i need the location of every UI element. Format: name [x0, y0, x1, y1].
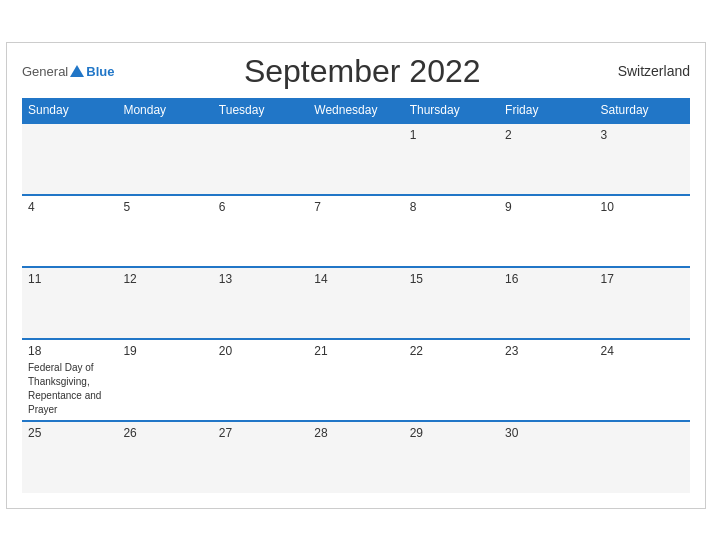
- day-number: 9: [505, 200, 588, 214]
- day-number: 6: [219, 200, 302, 214]
- logo-general-text: General: [22, 64, 68, 79]
- day-cell: 21: [308, 339, 403, 421]
- day-cell: 15: [404, 267, 499, 339]
- day-cell: 18Federal Day of Thanksgiving, Repentanc…: [22, 339, 117, 421]
- day-cell: [595, 421, 690, 493]
- calendar-title: September 2022: [114, 53, 610, 90]
- country-label: Switzerland: [610, 63, 690, 79]
- day-cell: [22, 123, 117, 195]
- logo-triangle-icon: [70, 65, 84, 77]
- day-cell: 10: [595, 195, 690, 267]
- day-cell: 22: [404, 339, 499, 421]
- day-cell: 29: [404, 421, 499, 493]
- day-cell: 26: [117, 421, 212, 493]
- day-number: 14: [314, 272, 397, 286]
- day-number: 27: [219, 426, 302, 440]
- day-cell: 30: [499, 421, 594, 493]
- week-row-2: 11121314151617: [22, 267, 690, 339]
- day-cell: [117, 123, 212, 195]
- day-number: 10: [601, 200, 684, 214]
- day-number: 17: [601, 272, 684, 286]
- week-row-3: 18Federal Day of Thanksgiving, Repentanc…: [22, 339, 690, 421]
- day-cell: 9: [499, 195, 594, 267]
- day-number: 22: [410, 344, 493, 358]
- day-number: 12: [123, 272, 206, 286]
- day-number: 15: [410, 272, 493, 286]
- day-cell: 3: [595, 123, 690, 195]
- day-cell: 25: [22, 421, 117, 493]
- calendar-grid: Sunday Monday Tuesday Wednesday Thursday…: [22, 98, 690, 493]
- day-cell: 17: [595, 267, 690, 339]
- days-header-row: Sunday Monday Tuesday Wednesday Thursday…: [22, 98, 690, 123]
- day-cell: 27: [213, 421, 308, 493]
- day-number: 8: [410, 200, 493, 214]
- day-number: 29: [410, 426, 493, 440]
- holiday-text: Federal Day of Thanksgiving, Repentance …: [28, 362, 101, 415]
- week-row-0: 123: [22, 123, 690, 195]
- day-cell: 28: [308, 421, 403, 493]
- day-number: 16: [505, 272, 588, 286]
- header-friday: Friday: [499, 98, 594, 123]
- day-number: 25: [28, 426, 111, 440]
- day-cell: 5: [117, 195, 212, 267]
- day-cell: 23: [499, 339, 594, 421]
- day-number: 21: [314, 344, 397, 358]
- header-tuesday: Tuesday: [213, 98, 308, 123]
- day-cell: 13: [213, 267, 308, 339]
- week-row-4: 252627282930: [22, 421, 690, 493]
- day-cell: 16: [499, 267, 594, 339]
- day-cell: 11: [22, 267, 117, 339]
- day-cell: 20: [213, 339, 308, 421]
- day-cell: 24: [595, 339, 690, 421]
- day-number: 2: [505, 128, 588, 142]
- day-number: 5: [123, 200, 206, 214]
- day-cell: 19: [117, 339, 212, 421]
- header-thursday: Thursday: [404, 98, 499, 123]
- day-number: 24: [601, 344, 684, 358]
- logo: General Blue: [22, 64, 114, 79]
- day-number: 13: [219, 272, 302, 286]
- day-cell: [308, 123, 403, 195]
- day-number: 18: [28, 344, 111, 358]
- day-number: 19: [123, 344, 206, 358]
- day-number: 4: [28, 200, 111, 214]
- day-number: 28: [314, 426, 397, 440]
- day-number: 11: [28, 272, 111, 286]
- day-number: 7: [314, 200, 397, 214]
- header-sunday: Sunday: [22, 98, 117, 123]
- day-number: 20: [219, 344, 302, 358]
- header-wednesday: Wednesday: [308, 98, 403, 123]
- day-number: 3: [601, 128, 684, 142]
- day-cell: [213, 123, 308, 195]
- calendar-container: General Blue September 2022 Switzerland …: [6, 42, 706, 509]
- day-number: 30: [505, 426, 588, 440]
- week-row-1: 45678910: [22, 195, 690, 267]
- day-cell: 8: [404, 195, 499, 267]
- day-cell: 7: [308, 195, 403, 267]
- day-cell: 4: [22, 195, 117, 267]
- day-number: 23: [505, 344, 588, 358]
- day-cell: 2: [499, 123, 594, 195]
- calendar-header: General Blue September 2022 Switzerland: [22, 53, 690, 90]
- day-number: 1: [410, 128, 493, 142]
- day-cell: 6: [213, 195, 308, 267]
- day-cell: 14: [308, 267, 403, 339]
- header-monday: Monday: [117, 98, 212, 123]
- day-cell: 1: [404, 123, 499, 195]
- header-saturday: Saturday: [595, 98, 690, 123]
- day-cell: 12: [117, 267, 212, 339]
- logo-blue-text: Blue: [86, 64, 114, 79]
- day-number: 26: [123, 426, 206, 440]
